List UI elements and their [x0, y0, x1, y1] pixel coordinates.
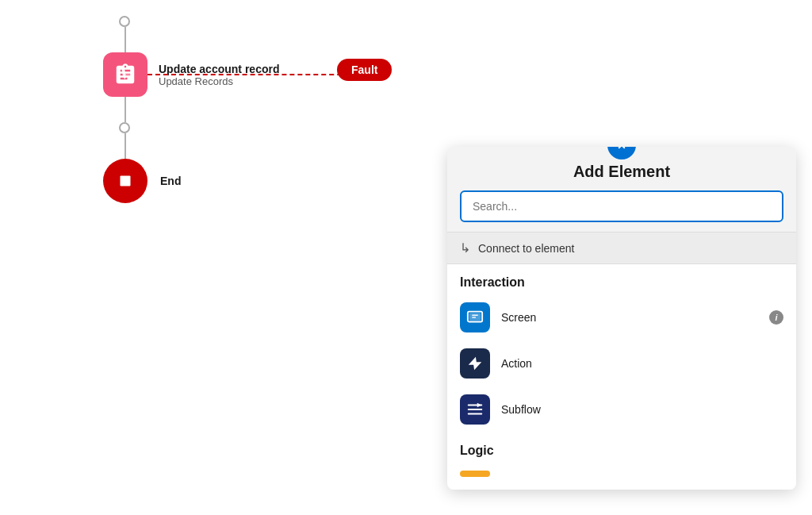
update-record-step: Update account record Update Records Fau… — [103, 52, 279, 97]
svg-rect-3 — [121, 176, 131, 186]
logic-section-header: Logic — [447, 432, 796, 463]
connect-to-element-row[interactable]: ↳ Connect to element — [447, 232, 796, 263]
subflow-svg — [466, 401, 484, 418]
flow-area: Update account record Update Records Fau… — [0, 0, 317, 515]
vert-line-2 — [124, 97, 126, 122]
list-item-action[interactable]: Action — [447, 340, 796, 386]
subflow-label: Subflow — [501, 403, 783, 416]
clipboard-icon — [113, 63, 137, 86]
screen-info-icon[interactable]: i — [769, 310, 783, 325]
update-record-subtitle: Update Records — [159, 75, 279, 87]
end-label: End — [160, 175, 181, 187]
action-icon — [460, 348, 490, 379]
search-container — [447, 190, 796, 232]
add-element-panel: × Add Element ↳ Connect to element Inter… — [447, 147, 796, 490]
subflow-icon — [460, 394, 490, 425]
logic-icon-bar — [460, 471, 490, 477]
screen-label: Screen — [501, 311, 758, 324]
end-icon[interactable] — [103, 159, 147, 203]
list-item-subflow[interactable]: Subflow — [447, 386, 796, 432]
vert-line-1 — [124, 27, 126, 52]
panel-list: Interaction Screen i — [447, 263, 796, 490]
svg-marker-8 — [469, 357, 482, 371]
action-svg — [466, 355, 484, 372]
connect-label: Connect to element — [478, 242, 574, 255]
fault-badge[interactable]: Fault — [337, 59, 392, 81]
interaction-section-header: Interaction — [447, 264, 796, 294]
list-item-screen[interactable]: Screen i — [447, 294, 796, 340]
vert-line-3 — [124, 133, 126, 159]
action-label: Action — [501, 357, 783, 370]
logic-item-partial — [447, 463, 796, 490]
screen-svg — [466, 309, 484, 326]
end-node: End — [103, 159, 181, 203]
flow-canvas: Update account record Update Records Fau… — [0, 0, 812, 515]
screen-icon — [460, 302, 490, 332]
top-connector-dot — [119, 16, 130, 27]
search-input[interactable] — [460, 190, 783, 222]
svg-rect-5 — [469, 313, 481, 321]
connect-arrow-icon: ↳ — [460, 240, 470, 256]
stop-icon — [115, 171, 136, 191]
mid-connector-dot — [119, 122, 130, 133]
update-record-icon[interactable] — [103, 52, 147, 97]
